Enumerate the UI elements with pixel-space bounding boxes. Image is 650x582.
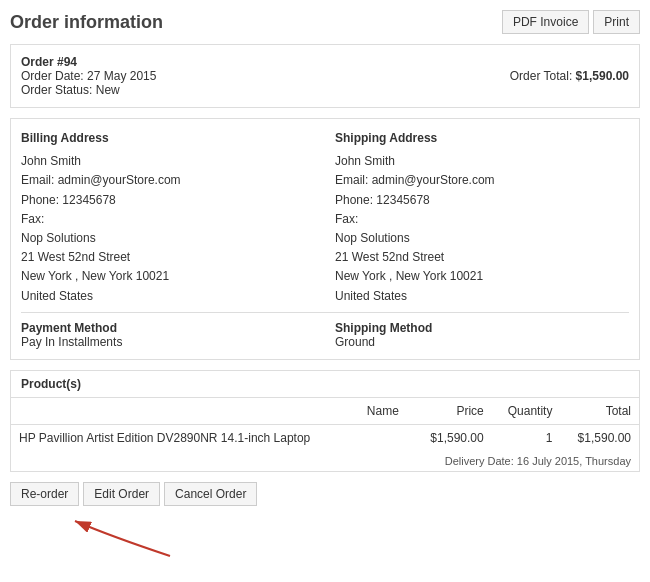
shipping-address2: New York , New York 10021	[335, 267, 629, 286]
order-number-row: Order #94	[21, 55, 629, 69]
shipping-name: John Smith	[335, 152, 629, 171]
order-meta-section: Order #94 Order Date: 27 May 2015 Order …	[10, 44, 640, 108]
action-area: Re-order Edit Order Cancel Order Custom …	[10, 482, 640, 582]
cancel-order-button[interactable]: Cancel Order	[164, 482, 257, 506]
order-number: Order #94	[21, 55, 77, 69]
col-sku	[11, 398, 359, 425]
payment-method-value: Pay In Installments	[21, 335, 315, 349]
edit-order-button[interactable]: Edit Order	[83, 482, 160, 506]
order-status: Order Status: New	[21, 83, 156, 97]
billing-address2: New York , New York 10021	[21, 267, 315, 286]
print-button[interactable]: Print	[593, 10, 640, 34]
shipping-fax: Fax:	[335, 210, 629, 229]
address-blocks: Billing Address John Smith Email: admin@…	[21, 129, 629, 306]
payment-method-label: Payment Method	[21, 321, 315, 335]
page-header: Order information PDF Invoice Print	[10, 10, 640, 34]
products-header: Product(s)	[11, 371, 639, 398]
pdf-invoice-button[interactable]: PDF Invoice	[502, 10, 589, 34]
shipping-email: Email: admin@yourStore.com	[335, 171, 629, 190]
billing-label: Billing Address	[21, 129, 315, 148]
order-details-row: Order Date: 27 May 2015 Order Status: Ne…	[21, 69, 629, 97]
products-section: Product(s) Name Price Quantity Total HP …	[10, 370, 640, 472]
billing-address1: 21 West 52nd Street	[21, 248, 315, 267]
shipping-address1: 21 West 52nd Street	[335, 248, 629, 267]
billing-company: Nop Solutions	[21, 229, 315, 248]
shipping-address-block: Shipping Address John Smith Email: admin…	[335, 129, 629, 306]
products-table: Name Price Quantity Total HP Pavillion A…	[11, 398, 639, 451]
shipping-method-value: Ground	[335, 335, 629, 349]
shipping-phone: Phone: 12345678	[335, 191, 629, 210]
order-date: Order Date: 27 May 2015	[21, 69, 156, 83]
billing-address-block: Billing Address John Smith Email: admin@…	[21, 129, 315, 306]
order-total: Order Total: $1,590.00	[510, 69, 629, 97]
reorder-button[interactable]: Re-order	[10, 482, 79, 506]
col-price: Price	[413, 398, 492, 425]
order-left-info: Order Date: 27 May 2015 Order Status: Ne…	[21, 69, 156, 97]
shipping-company: Nop Solutions	[335, 229, 629, 248]
product-price: $1,590.00	[413, 424, 492, 451]
product-sku: HP Pavillion Artist Edition DV2890NR 14.…	[11, 424, 359, 451]
product-name	[359, 424, 413, 451]
page-container: Order information PDF Invoice Print Orde…	[0, 0, 650, 582]
product-qty: 1	[492, 424, 561, 451]
shipping-country: United States	[335, 287, 629, 306]
shipping-label: Shipping Address	[335, 129, 629, 148]
billing-email: Email: admin@yourStore.com	[21, 171, 315, 190]
shipping-method-block: Shipping Method Ground	[335, 321, 629, 349]
address-section: Billing Address John Smith Email: admin@…	[10, 118, 640, 360]
product-total: $1,590.00	[560, 424, 639, 451]
delivery-note: Delivery Date: 16 July 2015, Thursday	[11, 451, 639, 471]
billing-name: John Smith	[21, 152, 315, 171]
action-buttons: Re-order Edit Order Cancel Order	[10, 482, 640, 506]
products-table-header-row: Name Price Quantity Total	[11, 398, 639, 425]
billing-fax: Fax:	[21, 210, 315, 229]
shipping-method-label: Shipping Method	[335, 321, 629, 335]
col-total: Total	[560, 398, 639, 425]
method-blocks: Payment Method Pay In Installments Shipp…	[21, 312, 629, 349]
col-name: Name	[359, 398, 413, 425]
product-row: HP Pavillion Artist Edition DV2890NR 14.…	[11, 424, 639, 451]
page-title: Order information	[10, 12, 163, 33]
billing-phone: Phone: 12345678	[21, 191, 315, 210]
col-quantity: Quantity	[492, 398, 561, 425]
payment-method-block: Payment Method Pay In Installments	[21, 321, 315, 349]
header-buttons: PDF Invoice Print	[502, 10, 640, 34]
annotation-arrow	[10, 516, 210, 576]
billing-country: United States	[21, 287, 315, 306]
